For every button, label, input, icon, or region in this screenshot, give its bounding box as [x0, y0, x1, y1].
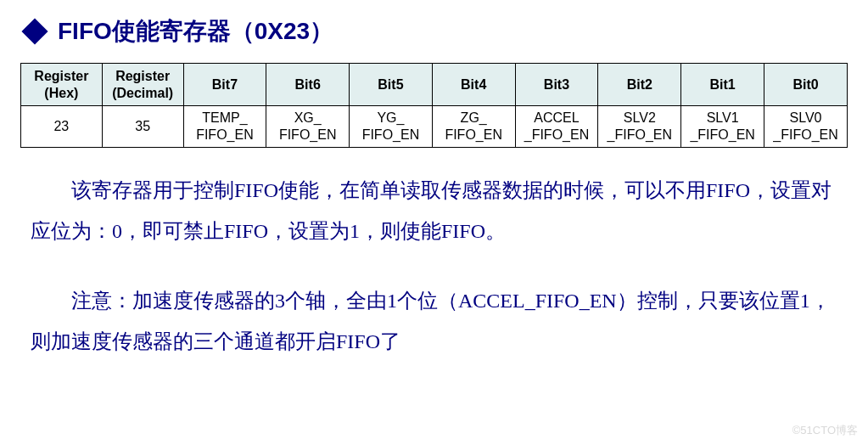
col-header-bit3: Bit3	[515, 64, 598, 106]
cell-bit7: TEMP_ FIFO_EN	[183, 106, 266, 148]
col-header-bit4: Bit4	[432, 64, 515, 106]
col-header-bit6: Bit6	[266, 64, 350, 106]
col-header-bit5: Bit5	[350, 64, 433, 106]
register-table: Register (Hex) Register (Decimal) Bit7 B…	[20, 63, 848, 148]
col-header-dec: Register (Decimal)	[102, 64, 183, 106]
col-header-bit7: Bit7	[183, 64, 266, 106]
bullet-diamond-icon	[21, 18, 48, 44]
cell-bit6: XG_ FIFO_EN	[266, 106, 350, 148]
cell-bit1: SLV1 _FIFO_EN	[681, 106, 764, 148]
heading-title: FIFO使能寄存器（0X23）	[58, 15, 333, 48]
watermark-text: ©51CTO博客	[792, 423, 858, 438]
cell-bit3: ACCEL _FIFO_EN	[515, 106, 598, 148]
cell-bit5: YG_ FIFO_EN	[350, 106, 433, 148]
table-header-row: Register (Hex) Register (Decimal) Bit7 B…	[21, 64, 848, 106]
section-heading: FIFO使能寄存器（0X23）	[20, 15, 848, 48]
cell-bit2: SLV2 _FIFO_EN	[598, 106, 681, 148]
cell-hex: 23	[21, 106, 103, 148]
note-paragraph: 注意：加速度传感器的3个轴，全由1个位（ACCEL_FIFO_EN）控制，只要该…	[31, 280, 837, 362]
col-header-bit0: Bit0	[764, 64, 848, 106]
col-header-hex: Register (Hex)	[21, 64, 103, 106]
col-header-bit2: Bit2	[598, 64, 681, 106]
cell-bit4: ZG_ FIFO_EN	[432, 106, 515, 148]
cell-dec: 35	[102, 106, 183, 148]
cell-bit0: SLV0 _FIFO_EN	[764, 106, 848, 148]
col-header-bit1: Bit1	[681, 64, 764, 106]
description-paragraph: 该寄存器用于控制FIFO使能，在简单读取传感器数据的时候，可以不用FIFO，设置…	[31, 170, 837, 251]
table-row: 23 35 TEMP_ FIFO_EN XG_ FIFO_EN YG_ FIFO…	[21, 106, 848, 148]
